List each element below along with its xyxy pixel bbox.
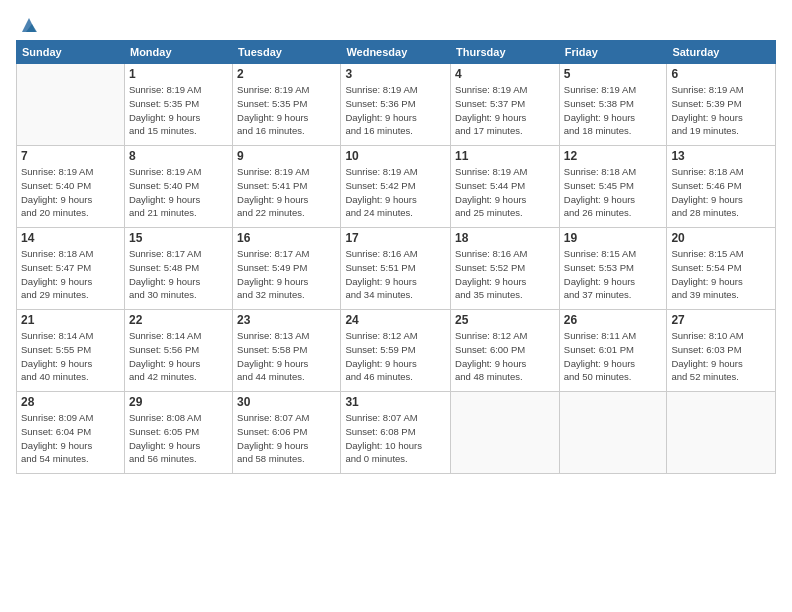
day-number: 4 (455, 67, 555, 81)
calendar-cell: 15Sunrise: 8:17 AM Sunset: 5:48 PM Dayli… (124, 228, 232, 310)
day-info: Sunrise: 8:14 AM Sunset: 5:55 PM Dayligh… (21, 329, 120, 384)
calendar-cell: 1Sunrise: 8:19 AM Sunset: 5:35 PM Daylig… (124, 64, 232, 146)
day-number: 1 (129, 67, 228, 81)
weekday-header-row: SundayMondayTuesdayWednesdayThursdayFrid… (17, 41, 776, 64)
calendar-cell: 24Sunrise: 8:12 AM Sunset: 5:59 PM Dayli… (341, 310, 451, 392)
day-number: 11 (455, 149, 555, 163)
calendar-cell: 12Sunrise: 8:18 AM Sunset: 5:45 PM Dayli… (559, 146, 667, 228)
day-number: 5 (564, 67, 663, 81)
calendar-cell: 16Sunrise: 8:17 AM Sunset: 5:49 PM Dayli… (233, 228, 341, 310)
day-info: Sunrise: 8:08 AM Sunset: 6:05 PM Dayligh… (129, 411, 228, 466)
day-number: 24 (345, 313, 446, 327)
calendar-cell: 4Sunrise: 8:19 AM Sunset: 5:37 PM Daylig… (451, 64, 560, 146)
day-info: Sunrise: 8:19 AM Sunset: 5:41 PM Dayligh… (237, 165, 336, 220)
calendar-cell: 25Sunrise: 8:12 AM Sunset: 6:00 PM Dayli… (451, 310, 560, 392)
calendar-cell: 10Sunrise: 8:19 AM Sunset: 5:42 PM Dayli… (341, 146, 451, 228)
day-number: 20 (671, 231, 771, 245)
calendar-cell: 7Sunrise: 8:19 AM Sunset: 5:40 PM Daylig… (17, 146, 125, 228)
day-info: Sunrise: 8:14 AM Sunset: 5:56 PM Dayligh… (129, 329, 228, 384)
day-number: 17 (345, 231, 446, 245)
calendar-cell: 6Sunrise: 8:19 AM Sunset: 5:39 PM Daylig… (667, 64, 776, 146)
calendar-row: 21Sunrise: 8:14 AM Sunset: 5:55 PM Dayli… (17, 310, 776, 392)
day-info: Sunrise: 8:16 AM Sunset: 5:51 PM Dayligh… (345, 247, 446, 302)
weekday-sunday: Sunday (17, 41, 125, 64)
calendar-cell: 13Sunrise: 8:18 AM Sunset: 5:46 PM Dayli… (667, 146, 776, 228)
calendar-cell: 21Sunrise: 8:14 AM Sunset: 5:55 PM Dayli… (17, 310, 125, 392)
calendar-cell (17, 64, 125, 146)
calendar-cell: 29Sunrise: 8:08 AM Sunset: 6:05 PM Dayli… (124, 392, 232, 474)
day-number: 27 (671, 313, 771, 327)
day-number: 31 (345, 395, 446, 409)
calendar-row: 14Sunrise: 8:18 AM Sunset: 5:47 PM Dayli… (17, 228, 776, 310)
calendar-cell: 2Sunrise: 8:19 AM Sunset: 5:35 PM Daylig… (233, 64, 341, 146)
day-number: 12 (564, 149, 663, 163)
calendar-cell: 18Sunrise: 8:16 AM Sunset: 5:52 PM Dayli… (451, 228, 560, 310)
day-number: 15 (129, 231, 228, 245)
calendar-row: 1Sunrise: 8:19 AM Sunset: 5:35 PM Daylig… (17, 64, 776, 146)
day-info: Sunrise: 8:19 AM Sunset: 5:39 PM Dayligh… (671, 83, 771, 138)
day-number: 2 (237, 67, 336, 81)
logo-icon (18, 14, 40, 36)
weekday-thursday: Thursday (451, 41, 560, 64)
day-info: Sunrise: 8:13 AM Sunset: 5:58 PM Dayligh… (237, 329, 336, 384)
day-info: Sunrise: 8:07 AM Sunset: 6:08 PM Dayligh… (345, 411, 446, 466)
day-number: 9 (237, 149, 336, 163)
day-info: Sunrise: 8:19 AM Sunset: 5:35 PM Dayligh… (129, 83, 228, 138)
day-info: Sunrise: 8:12 AM Sunset: 5:59 PM Dayligh… (345, 329, 446, 384)
day-info: Sunrise: 8:11 AM Sunset: 6:01 PM Dayligh… (564, 329, 663, 384)
calendar-cell: 28Sunrise: 8:09 AM Sunset: 6:04 PM Dayli… (17, 392, 125, 474)
day-number: 21 (21, 313, 120, 327)
day-info: Sunrise: 8:19 AM Sunset: 5:36 PM Dayligh… (345, 83, 446, 138)
day-number: 28 (21, 395, 120, 409)
day-info: Sunrise: 8:07 AM Sunset: 6:06 PM Dayligh… (237, 411, 336, 466)
calendar-cell (451, 392, 560, 474)
weekday-friday: Friday (559, 41, 667, 64)
day-number: 13 (671, 149, 771, 163)
calendar-table: SundayMondayTuesdayWednesdayThursdayFrid… (16, 40, 776, 474)
day-info: Sunrise: 8:17 AM Sunset: 5:48 PM Dayligh… (129, 247, 228, 302)
day-number: 6 (671, 67, 771, 81)
day-info: Sunrise: 8:19 AM Sunset: 5:37 PM Dayligh… (455, 83, 555, 138)
calendar-row: 7Sunrise: 8:19 AM Sunset: 5:40 PM Daylig… (17, 146, 776, 228)
day-number: 16 (237, 231, 336, 245)
day-number: 14 (21, 231, 120, 245)
day-number: 18 (455, 231, 555, 245)
day-info: Sunrise: 8:10 AM Sunset: 6:03 PM Dayligh… (671, 329, 771, 384)
day-info: Sunrise: 8:18 AM Sunset: 5:47 PM Dayligh… (21, 247, 120, 302)
calendar-cell: 23Sunrise: 8:13 AM Sunset: 5:58 PM Dayli… (233, 310, 341, 392)
calendar-cell: 26Sunrise: 8:11 AM Sunset: 6:01 PM Dayli… (559, 310, 667, 392)
logo (16, 14, 40, 32)
day-info: Sunrise: 8:18 AM Sunset: 5:46 PM Dayligh… (671, 165, 771, 220)
calendar-cell: 19Sunrise: 8:15 AM Sunset: 5:53 PM Dayli… (559, 228, 667, 310)
day-info: Sunrise: 8:19 AM Sunset: 5:44 PM Dayligh… (455, 165, 555, 220)
day-info: Sunrise: 8:17 AM Sunset: 5:49 PM Dayligh… (237, 247, 336, 302)
calendar-row: 28Sunrise: 8:09 AM Sunset: 6:04 PM Dayli… (17, 392, 776, 474)
calendar-cell: 20Sunrise: 8:15 AM Sunset: 5:54 PM Dayli… (667, 228, 776, 310)
weekday-monday: Monday (124, 41, 232, 64)
calendar-cell: 11Sunrise: 8:19 AM Sunset: 5:44 PM Dayli… (451, 146, 560, 228)
day-number: 8 (129, 149, 228, 163)
day-number: 22 (129, 313, 228, 327)
calendar-cell (667, 392, 776, 474)
day-info: Sunrise: 8:15 AM Sunset: 5:53 PM Dayligh… (564, 247, 663, 302)
day-number: 3 (345, 67, 446, 81)
day-number: 26 (564, 313, 663, 327)
day-number: 10 (345, 149, 446, 163)
day-info: Sunrise: 8:12 AM Sunset: 6:00 PM Dayligh… (455, 329, 555, 384)
day-info: Sunrise: 8:19 AM Sunset: 5:40 PM Dayligh… (21, 165, 120, 220)
day-number: 19 (564, 231, 663, 245)
calendar-cell: 3Sunrise: 8:19 AM Sunset: 5:36 PM Daylig… (341, 64, 451, 146)
weekday-saturday: Saturday (667, 41, 776, 64)
page: SundayMondayTuesdayWednesdayThursdayFrid… (0, 0, 792, 612)
calendar-cell: 5Sunrise: 8:19 AM Sunset: 5:38 PM Daylig… (559, 64, 667, 146)
day-number: 25 (455, 313, 555, 327)
day-info: Sunrise: 8:15 AM Sunset: 5:54 PM Dayligh… (671, 247, 771, 302)
day-info: Sunrise: 8:19 AM Sunset: 5:35 PM Dayligh… (237, 83, 336, 138)
day-number: 23 (237, 313, 336, 327)
calendar-cell: 14Sunrise: 8:18 AM Sunset: 5:47 PM Dayli… (17, 228, 125, 310)
day-number: 7 (21, 149, 120, 163)
day-info: Sunrise: 8:19 AM Sunset: 5:42 PM Dayligh… (345, 165, 446, 220)
day-info: Sunrise: 8:19 AM Sunset: 5:38 PM Dayligh… (564, 83, 663, 138)
calendar-cell: 9Sunrise: 8:19 AM Sunset: 5:41 PM Daylig… (233, 146, 341, 228)
day-info: Sunrise: 8:19 AM Sunset: 5:40 PM Dayligh… (129, 165, 228, 220)
